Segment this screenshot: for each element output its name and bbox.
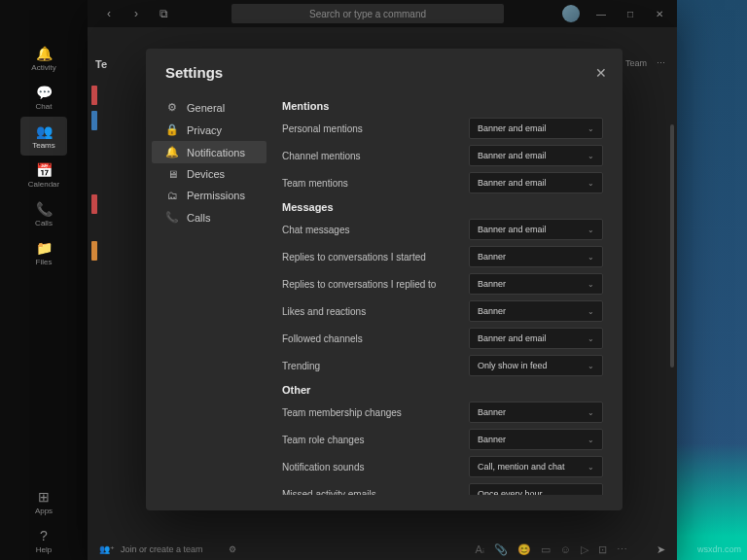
chevron-down-icon: ⌄ xyxy=(587,280,594,289)
new-window-icon[interactable]: ⧉ xyxy=(154,4,173,23)
settings-nav: ⚙General🔒Privacy🔔Notifications🖥Devices🗂P… xyxy=(146,92,272,495)
help-icon: ? xyxy=(40,528,48,543)
setting-row: Chat messagesBanner and email⌄ xyxy=(282,219,603,240)
team-chip xyxy=(91,241,97,261)
chevron-down-icon: ⌄ xyxy=(587,362,594,370)
setting-label: Missed activity emails xyxy=(282,489,461,496)
permissions-icon: 🗂 xyxy=(165,190,179,201)
setting-dropdown[interactable]: Once every hour⌄ xyxy=(469,483,603,495)
rail-item-files[interactable]: 📁Files xyxy=(20,233,67,272)
rail-item-apps[interactable]: ⊞Apps xyxy=(20,482,67,521)
back-button[interactable]: ‹ xyxy=(99,4,119,23)
setting-dropdown[interactable]: Banner and email⌄ xyxy=(469,328,603,349)
settings-nav-general[interactable]: ⚙General xyxy=(146,96,272,119)
setting-dropdown[interactable]: Banner and email⌄ xyxy=(469,118,603,139)
setting-label: Likes and reactions xyxy=(282,306,461,317)
setting-row: Team membership changesBanner⌄ xyxy=(282,402,603,423)
setting-row: Replies to conversations I replied toBan… xyxy=(282,273,603,295)
setting-dropdown[interactable]: Banner⌄ xyxy=(469,246,603,267)
rail-item-calls[interactable]: 📞Calls xyxy=(20,194,67,233)
setting-dropdown[interactable]: Only show in feed⌄ xyxy=(469,355,603,376)
calendar-icon: 📅 xyxy=(36,162,53,178)
compose-toolbar: Aᵢ 📎 😊 ▭ ☺ ▷ ⊡ ⋯ ➤ xyxy=(475,543,665,556)
chevron-down-icon: ⌄ xyxy=(587,179,594,188)
setting-dropdown[interactable]: Banner and email⌄ xyxy=(469,219,603,240)
setting-label: Team mentions xyxy=(282,178,461,189)
section-title: Mentions xyxy=(282,100,603,112)
setting-row: Team mentionsBanner and email⌄ xyxy=(282,172,603,193)
privacy-icon: 🔒 xyxy=(165,123,179,136)
setting-dropdown[interactable]: Banner and email⌄ xyxy=(469,172,603,193)
team-chip xyxy=(91,194,97,214)
calls-icon: 📞 xyxy=(36,201,53,217)
close-window-button[interactable]: ✕ xyxy=(646,2,673,25)
emoji-icon[interactable]: 😊 xyxy=(517,543,531,556)
join-create-team[interactable]: 👥⁺ Join or create a team ⚙ xyxy=(99,544,236,554)
gear-icon[interactable]: ⚙ xyxy=(229,544,236,554)
close-icon[interactable]: ✕ xyxy=(595,65,607,81)
setting-row: Notification soundsCall, mention and cha… xyxy=(282,456,603,477)
chevron-down-icon: ⌄ xyxy=(587,152,594,160)
stream-icon[interactable]: ⊡ xyxy=(598,543,607,556)
chevron-down-icon: ⌄ xyxy=(587,307,594,316)
rail-item-calendar[interactable]: 📅Calendar xyxy=(20,156,67,194)
gif-icon[interactable]: ▭ xyxy=(541,543,551,556)
chevron-down-icon: ⌄ xyxy=(587,124,594,133)
format-icon[interactable]: Aᵢ xyxy=(475,543,483,556)
tab-label[interactable]: Team xyxy=(625,58,647,68)
chat-icon: 💬 xyxy=(36,85,53,100)
setting-dropdown[interactable]: Banner⌄ xyxy=(469,300,603,322)
scrollbar[interactable] xyxy=(670,124,674,368)
settings-nav-privacy[interactable]: 🔒Privacy xyxy=(146,119,272,141)
channel-header-behind: Team ⋯ xyxy=(625,58,665,68)
rail-item-activity[interactable]: 🔔Activity xyxy=(20,39,67,78)
chevron-down-icon: ⌄ xyxy=(587,226,594,234)
calls-icon: 📞 xyxy=(165,211,179,224)
setting-row: Channel mentionsBanner and email⌄ xyxy=(282,145,603,166)
setting-row: Personal mentionsBanner and email⌄ xyxy=(282,118,603,139)
chevron-down-icon: ⌄ xyxy=(587,463,594,472)
settings-nav-notifications[interactable]: 🔔Notifications xyxy=(152,141,267,163)
maximize-button[interactable]: □ xyxy=(617,2,644,25)
forward-button[interactable]: › xyxy=(126,4,146,23)
attach-icon[interactable]: 📎 xyxy=(494,543,508,556)
setting-dropdown[interactable]: Call, mention and chat⌄ xyxy=(469,456,603,477)
avatar[interactable] xyxy=(562,5,580,22)
settings-nav-permissions[interactable]: 🗂Permissions xyxy=(146,185,272,206)
setting-label: Channel mentions xyxy=(282,151,461,161)
chevron-down-icon: ⌄ xyxy=(587,253,594,262)
minimize-button[interactable]: — xyxy=(587,2,615,25)
rail-item-chat[interactable]: 💬Chat xyxy=(20,78,67,117)
team-chip xyxy=(91,86,97,105)
setting-label: Chat messages xyxy=(282,225,461,235)
chevron-down-icon: ⌄ xyxy=(587,490,594,496)
activity-icon: 🔔 xyxy=(36,46,53,61)
more-icon[interactable]: ⋯ xyxy=(657,58,665,68)
search-input[interactable]: Search or type a command xyxy=(231,4,504,23)
setting-label: Replies to conversations I started xyxy=(282,252,461,262)
titlebar: ‹ › ⧉ Search or type a command — □ ✕ xyxy=(88,0,677,27)
more-icon[interactable]: ⋯ xyxy=(617,543,627,556)
files-icon: 📁 xyxy=(36,240,53,256)
setting-dropdown[interactable]: Banner⌄ xyxy=(469,429,603,450)
chevron-down-icon: ⌄ xyxy=(587,334,594,343)
setting-dropdown[interactable]: Banner and email⌄ xyxy=(469,145,603,166)
settings-modal: Settings ✕ ⚙General🔒Privacy🔔Notification… xyxy=(146,49,622,510)
settings-nav-devices[interactable]: 🖥Devices xyxy=(146,163,272,185)
settings-content: MentionsPersonal mentionsBanner and emai… xyxy=(272,92,622,495)
setting-row: Missed activity emailsOnce every hour⌄ xyxy=(282,483,603,495)
rail-item-teams[interactable]: 👥Teams xyxy=(20,117,67,156)
setting-dropdown[interactable]: Banner⌄ xyxy=(469,402,603,423)
setting-label: Team role changes xyxy=(282,435,461,445)
rail-item-help[interactable]: ?Help xyxy=(20,521,67,560)
setting-dropdown[interactable]: Banner⌄ xyxy=(469,273,603,295)
meet-icon[interactable]: ▷ xyxy=(581,543,588,556)
send-icon[interactable]: ➤ xyxy=(657,543,665,556)
section-title: Messages xyxy=(282,201,603,213)
setting-label: Team membership changes xyxy=(282,407,461,418)
sticker-icon[interactable]: ☺ xyxy=(560,543,571,556)
page-title-behind: Te xyxy=(95,58,107,70)
devices-icon: 🖥 xyxy=(165,168,179,180)
settings-nav-calls[interactable]: 📞Calls xyxy=(146,206,272,228)
people-icon: 👥⁺ xyxy=(99,544,115,554)
